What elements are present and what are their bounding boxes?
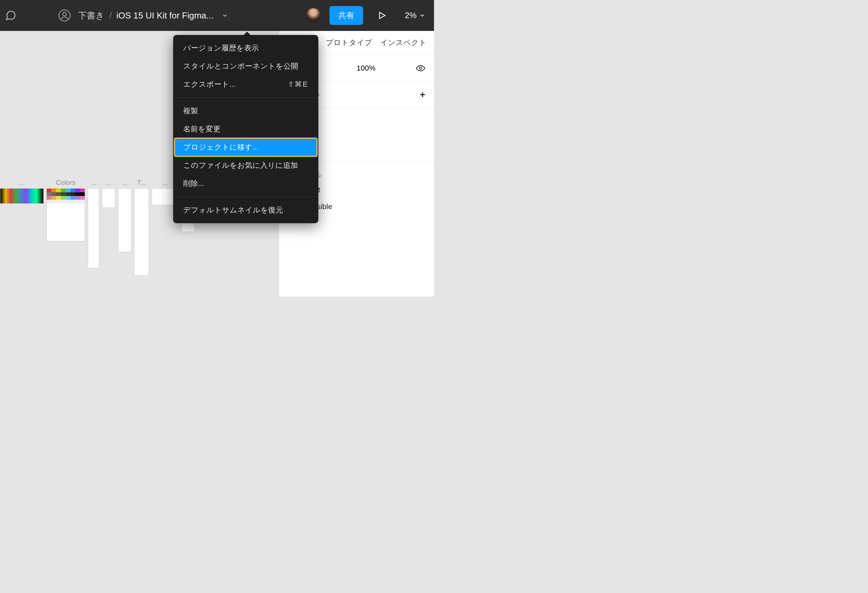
zoom-control[interactable]: 2%	[405, 11, 425, 20]
frame-thumb[interactable]	[134, 188, 149, 276]
file-dropdown-menu: バージョン履歴を表示 スタイルとコンポーネントを公開 エクスポート... ⇧⌘E…	[173, 35, 318, 223]
frame-thumb[interactable]	[0, 188, 44, 204]
menu-delete[interactable]: 削除...	[173, 174, 318, 193]
menu-restore-thumbnail[interactable]: デフォルトサムネイルを復元	[173, 201, 318, 219]
frame-label: ...	[122, 179, 128, 187]
chevron-down-icon[interactable]	[221, 12, 228, 19]
menu-item-label: 削除...	[183, 178, 204, 189]
frame-label: ...	[106, 179, 112, 187]
tab-prototype[interactable]: プロトタイプ	[326, 38, 372, 48]
chevron-down-icon	[419, 12, 425, 19]
menu-item-label: このファイルをお気に入りに追加	[183, 160, 298, 170]
menu-publish-styles[interactable]: スタイルとコンポーネントを公開	[173, 57, 318, 75]
menu-item-label: デフォルトサムネイルを復元	[183, 205, 283, 215]
tab-inspect[interactable]: インスペクト	[380, 38, 427, 48]
svg-point-3	[419, 67, 422, 69]
menu-item-label: バージョン履歴を表示	[183, 43, 259, 53]
svg-marker-2	[379, 12, 385, 19]
frame-thumb[interactable]	[118, 188, 131, 252]
frame-label: Colors	[56, 179, 76, 187]
frame-thumb[interactable]	[88, 188, 99, 268]
breadcrumb-drafts[interactable]: 下書き	[78, 10, 105, 22]
menu-item-label: 名前を変更	[183, 124, 220, 134]
menu-rename[interactable]: 名前を変更	[173, 120, 318, 138]
menu-item-label: プロジェクトに移す...	[183, 142, 258, 152]
present-icon[interactable]	[377, 11, 387, 20]
frame-label: T...	[137, 179, 146, 187]
frame-thumb[interactable]	[102, 188, 115, 208]
menu-separator	[173, 197, 318, 197]
menu-item-label: 複製	[183, 106, 198, 116]
comment-icon[interactable]	[4, 10, 18, 21]
menu-duplicate[interactable]: 複製	[173, 102, 318, 120]
owner-icon[interactable]	[57, 8, 72, 23]
frame-label: ...	[91, 179, 96, 187]
svg-point-0	[59, 10, 70, 21]
menu-show-version-history[interactable]: バージョン履歴を表示	[173, 39, 318, 57]
toolbar: 下書き / iOS 15 UI Kit for Figma... 共有 2%	[0, 0, 434, 31]
add-style-button[interactable]: +	[420, 89, 425, 100]
menu-shortcut: ⇧⌘E	[288, 80, 308, 89]
frame-label: ...	[19, 179, 25, 187]
avatar[interactable]	[306, 8, 321, 23]
breadcrumb: 下書き / iOS 15 UI Kit for Figma...	[78, 10, 228, 22]
svg-point-1	[63, 12, 66, 16]
frame-label: ...	[162, 179, 168, 187]
zoom-value: 2%	[405, 11, 416, 20]
menu-separator	[173, 97, 318, 98]
menu-item-label: エクスポート...	[183, 79, 235, 89]
eye-icon[interactable]	[416, 63, 425, 73]
frame-thumb[interactable]	[46, 188, 85, 241]
breadcrumb-separator: /	[109, 10, 112, 21]
menu-item-label: スタイルとコンポーネントを公開	[183, 61, 298, 71]
breadcrumb-filename[interactable]: iOS 15 UI Kit for Figma...	[116, 10, 214, 21]
menu-export[interactable]: エクスポート... ⇧⌘E	[173, 75, 318, 93]
menu-add-to-favorites[interactable]: このファイルをお気に入りに追加	[173, 156, 318, 174]
bg-opacity: 100%	[357, 64, 375, 72]
share-button[interactable]: 共有	[329, 6, 363, 25]
menu-move-to-project[interactable]: プロジェクトに移す...	[174, 138, 317, 156]
